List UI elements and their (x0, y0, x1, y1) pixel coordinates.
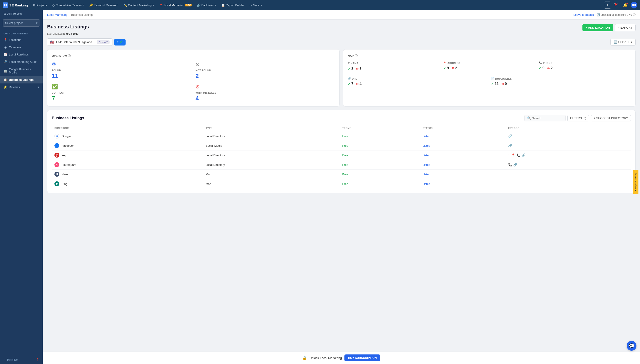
app-logo[interactable]: SE Ranking (3, 2, 28, 8)
table-body: G Google Local Directory Free Listed 🔗 f… (52, 132, 631, 189)
nap-address: 📍 ADDRESS ✓ 9 ⊗ 2 (443, 62, 535, 71)
chat-button[interactable]: 💬 (627, 341, 636, 351)
directory-cell[interactable]: y Yelp (52, 150, 203, 160)
more-arrow-icon: ▾ (261, 4, 262, 7)
flag-button[interactable]: 🚩 (613, 2, 620, 9)
nav-content-marketing[interactable]: ✏️ Content Marketing ▾ (121, 2, 156, 8)
notifications-button[interactable]: 🔔 (622, 2, 629, 9)
logo-icon (3, 2, 8, 8)
nap-name: T NAME ✓ 8 ⊗ 3 (348, 62, 440, 71)
status-cell[interactable]: Listed (420, 141, 505, 150)
update-button[interactable]: 🔄 UPDATE ▾ (610, 38, 635, 46)
nav-competitive-research[interactable]: ◎ Competitive Research (50, 2, 86, 8)
directory-logo: 4 (55, 162, 59, 167)
minimize-button[interactable]: ← Minimize (4, 358, 18, 361)
report-icon: 📋 (221, 4, 225, 7)
help-icon[interactable]: ❓ (36, 358, 39, 361)
correct-icon: ✅ (52, 84, 191, 90)
nap-bottom-row: 🔗 URL ✓ 7 ⊗ 4 (348, 74, 631, 86)
sidebar-item-locations[interactable]: 📍 Locations (0, 36, 43, 44)
feedback-tab[interactable]: Leave feedback (633, 170, 638, 194)
svg-rect-2 (4, 5, 5, 6)
directory-logo: y (55, 153, 59, 158)
svg-rect-3 (6, 5, 7, 6)
col-status: STATUS (420, 125, 505, 132)
suggest-directory-button[interactable]: + SUGGEST DIRECTORY (591, 115, 631, 122)
status-cell[interactable]: Listed (420, 132, 505, 141)
status-cell[interactable]: Listed (420, 170, 505, 179)
nap-address-icon: 📍 (443, 62, 447, 64)
nap-card: NAP ⓘ T NAME ✓ 8 (343, 49, 635, 106)
nav-right-actions: + 🚩 🔔 DD (604, 2, 637, 9)
sidebar-item-reviews[interactable]: ⭐ Reviews ▾ (0, 84, 43, 91)
sidebar-item-overview[interactable]: ◉ Overview (0, 44, 43, 51)
page-header-actions: + ADD LOCATION ↑ EXPORT (582, 24, 635, 31)
listings-icon: 📋 (4, 78, 7, 82)
add-button[interactable]: + (604, 2, 611, 9)
leave-feedback-link[interactable]: Leave feedback (573, 13, 594, 16)
nav-local-marketing[interactable]: 📍 Local Marketing NEW (157, 2, 194, 8)
table-row: f Facebook Social Media Free Listed 🔗 (52, 141, 631, 150)
directory-cell[interactable]: f Facebook (52, 141, 203, 150)
competitive-icon: ◎ (52, 4, 55, 7)
location-selector[interactable]: 🇺🇸 Folk Osteria, 6839 Highland ... Demo … (47, 38, 112, 46)
project-dropdown-icon: ▾ (36, 21, 38, 25)
nap-info-icon: ⓘ (355, 54, 358, 58)
update-refresh-icon: 🔄 (614, 40, 617, 44)
type-cell: Local Directory (203, 132, 340, 141)
nap-url-correct: ✓ 7 (348, 82, 353, 86)
type-cell: Local Directory (203, 150, 340, 160)
status-cell[interactable]: Listed (420, 179, 505, 189)
last-updated: Last updated Mar-03 2023 (47, 32, 635, 35)
error-icon: 📞 (508, 163, 512, 166)
location-limit-info-icon: ⓘ (633, 13, 635, 17)
nap-duplicates-correct: ✓ 11 (491, 82, 499, 86)
buy-subscription-button[interactable]: BUY SUBSCRIPTION (344, 354, 380, 361)
keyword-icon: 🔑 (89, 4, 93, 7)
filters-button[interactable]: FILTERS (0) (567, 115, 589, 122)
svg-rect-1 (6, 4, 7, 5)
location-limit-icon: 🔄 (596, 13, 600, 16)
error-icon: T (508, 182, 510, 186)
sidebar-item-local-rankings[interactable]: 📈 Local Rankings (0, 51, 43, 58)
location-flag: 🇺🇸 (50, 40, 55, 44)
nav-keyword-research[interactable]: 🔑 Keyword Research (87, 2, 120, 8)
search-input[interactable] (532, 116, 563, 120)
add-location-button[interactable]: + ADD LOCATION (582, 24, 613, 31)
nap-card-title: NAP ⓘ (348, 54, 631, 58)
listings-table: DIRECTORY TYPE TERMS STATUS ERRORS G G (52, 125, 631, 188)
all-projects-item[interactable]: ⊞ All Projects (0, 10, 43, 17)
sidebar-item-google-business-profile[interactable]: 🏢 Google Business Profile (0, 66, 43, 76)
reviews-icon: ⭐ (4, 86, 7, 89)
project-selector[interactable]: Select project ▾ (3, 19, 40, 27)
sidebar-item-local-marketing-audit[interactable]: 🔎 Local Marketing Audit (0, 58, 43, 66)
sidebar: ⊞ All Projects Select project ▾ LOCAL MA… (0, 10, 43, 364)
table-row: 4 Foursquare Local Directory Free Listed… (52, 160, 631, 170)
stat-found: 👁 FOUND 11 (52, 62, 191, 80)
directory-cell[interactable]: 4 Foursquare (52, 160, 203, 170)
nav-report-builder[interactable]: 📋 Report Builder (219, 2, 247, 8)
status-cell[interactable]: Listed (420, 160, 505, 170)
export-button[interactable]: ↑ EXPORT (615, 24, 635, 31)
lock-icon: 🔒 (302, 356, 307, 360)
demo-badge[interactable]: Demo ▾ (97, 40, 110, 44)
sidebar-item-business-listings[interactable]: 📋 Business Listings (0, 76, 43, 84)
check-icon: ✓ (348, 67, 350, 70)
user-avatar[interactable]: DD (631, 2, 637, 8)
directory-cell[interactable]: H Here (52, 170, 203, 179)
breadcrumb-parent[interactable]: Local Marketing (47, 13, 68, 16)
directory-cell[interactable]: b Bing (52, 179, 203, 189)
nap-url: 🔗 URL ✓ 7 ⊗ 4 (348, 77, 488, 86)
facebook-connect-button[interactable]: f ✓ (114, 39, 125, 46)
summary-cards: OVERVIEW ⓘ 👁 FOUND 11 ⊘ NOT FOUND 2 (47, 49, 635, 106)
nav-backlinks[interactable]: 🔗 Backlinks ▾ (195, 2, 218, 8)
table-row: y Yelp Local Directory Free Listed T📍📞🔗 (52, 150, 631, 160)
errors-cell (506, 170, 631, 179)
nav-projects[interactable]: ⊞ Projects (31, 2, 49, 8)
directory-logo: H (55, 172, 59, 177)
error-icon: 🔗 (508, 144, 512, 148)
nav-more[interactable]: ··· More ▾ (247, 2, 264, 8)
directory-cell[interactable]: G Google (52, 132, 203, 141)
nap-duplicates: 📄 DUPLICATES ✓ 11 ⊗ 0 (491, 77, 631, 86)
status-cell[interactable]: Listed (420, 150, 505, 160)
